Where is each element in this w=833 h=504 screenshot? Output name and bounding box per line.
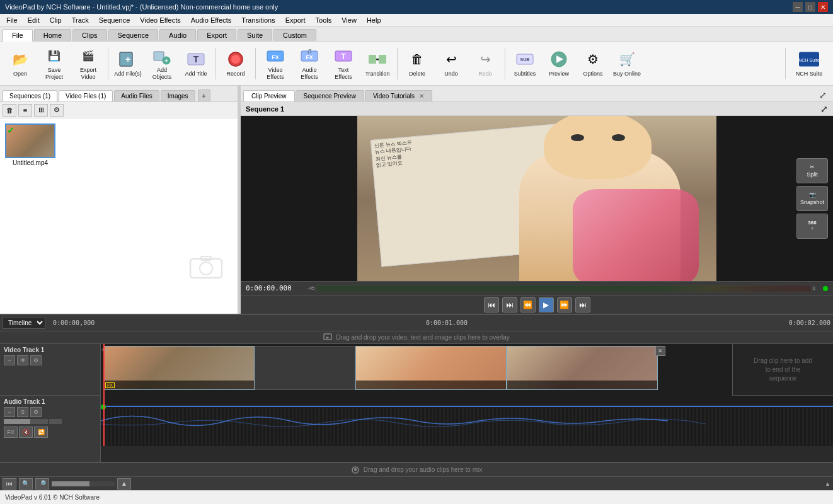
- timeline-dropdown[interactable]: Timeline: [3, 317, 45, 329]
- tab-sequence-preview[interactable]: Sequence Preview: [296, 90, 364, 101]
- tab-export[interactable]: Export: [197, 29, 236, 41]
- close-tutorials-icon[interactable]: ✕: [419, 93, 424, 100]
- fast-forward-btn[interactable]: ⏩: [557, 297, 572, 312]
- audio-effects-button[interactable]: FX🎵 Audio Effects: [293, 45, 326, 83]
- skip-start-btn[interactable]: ⏮: [484, 297, 499, 312]
- timestamp-left: 0:00:00,000: [53, 319, 95, 326]
- menu-export[interactable]: Export: [280, 15, 311, 25]
- tab-sequence[interactable]: Sequence: [108, 29, 159, 41]
- timeline-go-start-btn[interactable]: ⏮: [3, 478, 16, 490]
- save-project-button[interactable]: 💾 Save Project: [38, 45, 71, 83]
- expand-preview-btn[interactable]: ⤢: [815, 89, 830, 101]
- audio-mute-btn[interactable]: 🔇: [19, 427, 33, 438]
- redo-button[interactable]: ↪ Redo: [469, 45, 502, 83]
- skip-end-btn[interactable]: ⏭: [575, 297, 590, 312]
- audio-lock-btn[interactable]: 🔁: [34, 427, 48, 438]
- video-effects-button[interactable]: FX Video Effects: [259, 45, 292, 83]
- add-to-end-zone[interactable]: Drag clip here to add to end of the sequ…: [732, 344, 833, 395]
- timeline-zoom-slider[interactable]: [52, 481, 115, 486]
- preview-button[interactable]: Preview: [543, 45, 575, 83]
- window-controls[interactable]: ─ □ ✕: [793, 2, 828, 12]
- tab-custom[interactable]: Custom: [273, 29, 316, 41]
- tab-home[interactable]: Home: [34, 29, 71, 41]
- tab-audio[interactable]: Audio: [159, 29, 196, 41]
- subtitles-button[interactable]: SUB Subtitles: [508, 45, 541, 83]
- minimize-btn[interactable]: ─: [793, 2, 803, 12]
- timeline-clip-1[interactable]: FX: [103, 346, 255, 390]
- tab-images[interactable]: Images: [161, 90, 195, 101]
- grid-view-btn[interactable]: ⊞: [34, 104, 48, 117]
- snapshot-button[interactable]: 📷 Snapshot: [796, 186, 828, 211]
- maximize-btn[interactable]: □: [805, 2, 815, 12]
- mute-video-btn[interactable]: −: [4, 355, 15, 365]
- add-objects-button[interactable]: + Add Objects: [146, 45, 178, 83]
- rewind-btn[interactable]: ⏪: [520, 297, 536, 312]
- transition-button[interactable]: × Transition: [361, 45, 394, 83]
- playhead[interactable]: [103, 344, 105, 396]
- close-btn[interactable]: ✕: [818, 2, 828, 12]
- left-panel: Sequences (1) Video Files (1) Audio File…: [0, 86, 238, 314]
- save-label: Save Project: [40, 67, 69, 81]
- menu-video-effects[interactable]: Video Effects: [135, 15, 185, 25]
- menu-tools[interactable]: Tools: [311, 15, 337, 25]
- tab-clips[interactable]: Clips: [72, 29, 106, 41]
- options-button[interactable]: ⚙ Options: [577, 45, 609, 83]
- record-button[interactable]: Record: [219, 45, 252, 83]
- tab-video-tutorials[interactable]: Video Tutorials ✕: [365, 90, 432, 101]
- play-btn[interactable]: ▶: [539, 297, 554, 312]
- menu-track[interactable]: Track: [67, 15, 94, 25]
- menu-sequence[interactable]: Sequence: [94, 15, 135, 25]
- tab-file[interactable]: File: [3, 29, 33, 42]
- add-title-button[interactable]: T Add Title: [180, 45, 212, 83]
- expand-icon[interactable]: ⤢: [820, 104, 828, 114]
- tab-clip-preview[interactable]: Clip Preview: [243, 90, 295, 101]
- audio-fx-btn[interactable]: FX: [4, 427, 18, 438]
- lock-video-btn[interactable]: 👁: [17, 355, 28, 365]
- menu-help[interactable]: Help: [362, 15, 386, 25]
- settings-video-btn[interactable]: ⚙: [30, 355, 42, 365]
- settings-media-btn[interactable]: ⚙: [50, 104, 64, 117]
- menu-view[interactable]: View: [336, 15, 362, 25]
- list-view-btn[interactable]: ≡: [18, 104, 32, 117]
- settings-audio-btn[interactable]: ⚙: [30, 407, 42, 417]
- audio-track-content[interactable]: [101, 396, 833, 446]
- pan-slider[interactable]: [49, 419, 62, 424]
- undo-button[interactable]: ↩ Undo: [435, 45, 468, 83]
- timeline-zoom-out-btn[interactable]: 🔎: [35, 478, 49, 490]
- timeline-clip-2[interactable]: [355, 346, 507, 390]
- mute-audio-btn[interactable]: −: [4, 407, 15, 417]
- split-button[interactable]: ✂ Split: [796, 158, 828, 183]
- open-button[interactable]: 📂 Open: [4, 45, 37, 83]
- add-tab-button[interactable]: +: [198, 89, 210, 101]
- export-video-button[interactable]: 🎬 Export Video: [72, 45, 105, 83]
- add-files-button[interactable]: + Add File(s): [112, 45, 144, 83]
- 360-button[interactable]: 360 °: [796, 214, 828, 239]
- timeline-zoom-in-btn[interactable]: 🔍: [19, 478, 33, 490]
- delete-media-btn[interactable]: 🗑: [3, 104, 16, 117]
- menu-audio-effects[interactable]: Audio Effects: [186, 15, 237, 25]
- video-track-content[interactable]: ✏ FX: [101, 344, 732, 396]
- menu-edit[interactable]: Edit: [23, 15, 45, 25]
- clip-close-btn[interactable]: ✕: [655, 346, 665, 356]
- media-item-untitled[interactable]: ✓ Untitled.mp4: [5, 123, 55, 166]
- volume-slider[interactable]: [4, 419, 48, 424]
- menu-transitions[interactable]: Transitions: [236, 15, 280, 25]
- delete-button[interactable]: 🗑 Delete: [401, 45, 434, 83]
- nch-suite-button[interactable]: NCH Suite NCH Suite: [789, 45, 829, 83]
- solo-audio-btn[interactable]: S: [17, 407, 28, 417]
- menu-file[interactable]: File: [1, 15, 23, 25]
- timeline-clip-3[interactable]: [507, 346, 658, 390]
- buy-online-button[interactable]: 🛒 Buy Online: [611, 45, 643, 83]
- prev-frame-btn[interactable]: ⏭: [502, 297, 517, 312]
- tab-suite[interactable]: Suite: [238, 29, 272, 41]
- 360-label: °: [811, 227, 813, 233]
- tab-audio-files[interactable]: Audio Files: [114, 90, 159, 101]
- menu-clip[interactable]: Clip: [45, 15, 67, 25]
- tab-sequences[interactable]: Sequences (1): [3, 90, 57, 101]
- left-tab-bar: Sequences (1) Video Files (1) Audio File…: [0, 86, 238, 102]
- add-objects-label: Add Objects: [147, 67, 176, 81]
- timeline-scroll-up-btn[interactable]: ▲: [117, 478, 131, 490]
- tab-video-files[interactable]: Video Files (1): [59, 90, 113, 101]
- text-effects-button[interactable]: T Text Effects: [327, 45, 360, 83]
- add-objects-icon: +: [152, 47, 172, 66]
